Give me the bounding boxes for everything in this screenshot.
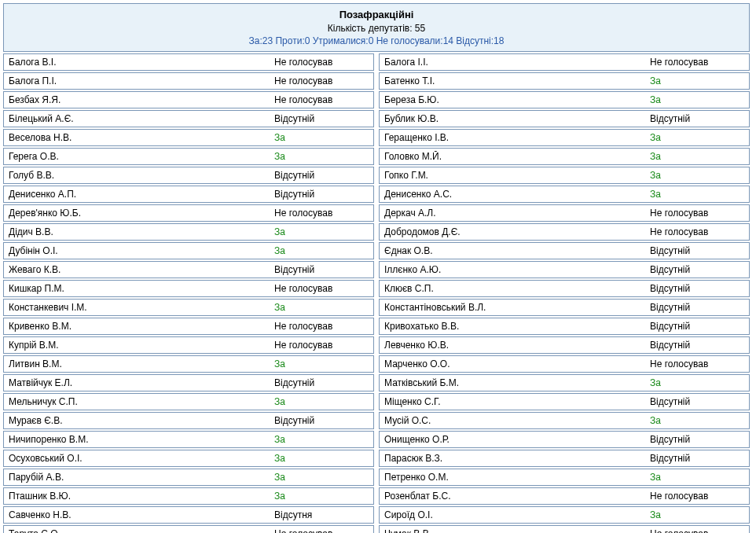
vote-row: Матвійчук Е.Л.Відсутній xyxy=(3,374,374,391)
deputy-vote: За xyxy=(270,491,373,502)
deputy-name: Мураєв Є.В. xyxy=(4,415,270,426)
deputy-name: Міщенко С.Г. xyxy=(380,396,645,407)
deputy-vote: За xyxy=(645,415,749,426)
deputy-vote: Відсутній xyxy=(270,113,373,124)
deputy-name: Єднак О.В. xyxy=(380,245,645,256)
deputy-name: Парасюк В.З. xyxy=(380,453,645,464)
vote-row: Парасюк В.З.Відсутній xyxy=(379,450,750,467)
deputy-name: Голуб В.В. xyxy=(4,170,270,181)
vote-row: Марченко О.О.Не голосував xyxy=(379,355,750,373)
deputy-name: Балога І.І. xyxy=(380,57,645,68)
deputy-name: Іллєнко А.Ю. xyxy=(380,264,645,275)
vote-row: Онищенко О.Р.Відсутній xyxy=(379,431,750,448)
vote-row: Осуховський О.І.За xyxy=(3,450,374,467)
deputy-vote: Не голосував xyxy=(270,321,373,332)
deputy-name: Кишкар П.М. xyxy=(4,283,270,294)
deputy-count: Кількість депутатів: 55 xyxy=(4,22,749,35)
deputy-name: Клюєв С.П. xyxy=(380,283,645,294)
deputy-name: Дерев'янко Ю.Б. xyxy=(4,208,270,219)
vote-row: Безбах Я.Я.Не голосував xyxy=(3,91,374,108)
deputy-name: Веселова Н.В. xyxy=(4,132,270,143)
deputy-name: Мельничук С.П. xyxy=(4,396,270,407)
vote-row: Констанкевич І.М.За xyxy=(3,299,374,316)
deputy-name: Петренко О.М. xyxy=(380,472,645,483)
vote-row: Матківський Б.М.За xyxy=(379,374,750,391)
deputy-name: Геращенко І.В. xyxy=(380,132,645,143)
vote-row: Дідич В.В.За xyxy=(3,223,374,241)
vote-row: Жеваго К.В.Відсутній xyxy=(3,261,374,278)
vote-row: Константіновський В.Л.Відсутній xyxy=(379,299,750,316)
deputy-name: Денисенко А.С. xyxy=(380,189,645,200)
deputy-vote: Не голосував xyxy=(270,208,373,219)
vote-row: Батенко Т.І.За xyxy=(379,72,750,90)
deputy-name: Дідич В.В. xyxy=(4,226,270,237)
deputy-name: Балога П.І. xyxy=(4,75,270,86)
deputy-vote: Не голосував xyxy=(645,358,749,369)
deputy-name: Дубінін О.І. xyxy=(4,245,270,256)
deputy-vote: Відсутній xyxy=(270,264,373,275)
vote-row: Клюєв С.П.Відсутній xyxy=(379,280,750,297)
vote-row: Міщенко С.Г.Відсутній xyxy=(379,393,750,410)
vote-row: Балога П.І.Не голосував xyxy=(3,72,374,90)
deputy-name: Балога В.І. xyxy=(4,57,270,68)
vote-row: Мураєв Є.В.Відсутній xyxy=(3,412,374,429)
deputy-vote: Не голосував xyxy=(645,226,749,237)
deputy-vote: Відсутній xyxy=(645,302,749,313)
deputy-vote: Не голосував xyxy=(645,57,749,68)
deputy-vote: Відсутній xyxy=(645,434,749,445)
faction-block: Позафракційні Кількість депутатів: 55 За… xyxy=(3,3,750,533)
deputy-name: Сироїд О.І. xyxy=(380,509,645,520)
deputy-vote: Відсутній xyxy=(645,396,749,407)
deputy-name: Головко М.Й. xyxy=(380,151,645,162)
vote-row: Дерев'янко Ю.Б.Не голосував xyxy=(3,204,374,222)
vote-row: Іллєнко А.Ю.Відсутній xyxy=(379,261,750,278)
deputy-vote: За xyxy=(645,472,749,483)
vote-row: Єднак О.В.Відсутній xyxy=(379,242,750,259)
deputy-name: Осуховський О.І. xyxy=(4,453,270,464)
deputy-name: Гопко Г.М. xyxy=(380,170,645,181)
deputy-name: Безбах Я.Я. xyxy=(4,94,270,105)
deputy-vote: За xyxy=(645,509,749,520)
deputy-name: Кривенко В.М. xyxy=(4,321,270,332)
deputy-vote: За xyxy=(645,75,749,86)
deputy-name: Ничипоренко В.М. xyxy=(4,434,270,445)
vote-row: Пташник В.Ю.За xyxy=(3,487,374,505)
deputy-vote: За xyxy=(270,472,373,483)
deputy-vote: Не голосував xyxy=(270,94,373,105)
vote-row: Береза Б.Ю.За xyxy=(379,91,750,108)
deputy-name: Розенблат Б.С. xyxy=(380,491,645,502)
vote-row: Кривохатько В.В.Відсутній xyxy=(379,318,750,335)
vote-row: Парубій А.В.За xyxy=(3,469,374,486)
faction-title: Позафракційні xyxy=(4,7,749,22)
vote-row: Денисенко А.С.За xyxy=(379,186,750,203)
vote-row: Чумак В.В.Не голосував xyxy=(379,525,750,533)
vote-summary: За:23 Проти:0 Утрималися:0 Не голосували… xyxy=(4,35,749,48)
deputy-name: Матківський Б.М. xyxy=(380,377,645,388)
deputy-name: Чумак В.В. xyxy=(380,528,645,533)
vote-columns: Балога В.І.Не голосувавБалога П.І.Не гол… xyxy=(3,53,750,533)
vote-row: Балога І.І.Не голосував xyxy=(379,53,750,71)
deputy-vote: Не голосував xyxy=(270,528,373,533)
deputy-vote: За xyxy=(645,170,749,181)
vote-row: Кишкар П.М.Не голосував xyxy=(3,280,374,297)
vote-row: Добродомов Д.Є.Не голосував xyxy=(379,223,750,241)
vote-row: Мусій О.С.За xyxy=(379,412,750,429)
deputy-name: Береза Б.Ю. xyxy=(380,94,645,105)
deputy-name: Добродомов Д.Є. xyxy=(380,226,645,237)
vote-row: Голуб В.В.Відсутній xyxy=(3,167,374,184)
vote-row: Петренко О.М.За xyxy=(379,469,750,486)
deputy-vote: Відсутній xyxy=(270,170,373,181)
vote-row: Кривенко В.М.Не голосував xyxy=(3,318,374,335)
deputy-vote: Відсутній xyxy=(645,113,749,124)
deputy-vote: Не голосував xyxy=(645,528,749,533)
deputy-vote: За xyxy=(645,189,749,200)
deputy-name: Левченко Ю.В. xyxy=(380,340,645,351)
deputy-vote: За xyxy=(270,302,373,313)
vote-row: Сироїд О.І.За xyxy=(379,506,750,524)
deputy-name: Константіновський В.Л. xyxy=(380,302,645,313)
deputy-vote: Не голосував xyxy=(270,340,373,351)
deputy-vote: Відсутній xyxy=(270,189,373,200)
deputy-name: Савченко Н.В. xyxy=(4,509,270,520)
deputy-vote: За xyxy=(645,377,749,388)
deputy-vote: За xyxy=(645,94,749,105)
